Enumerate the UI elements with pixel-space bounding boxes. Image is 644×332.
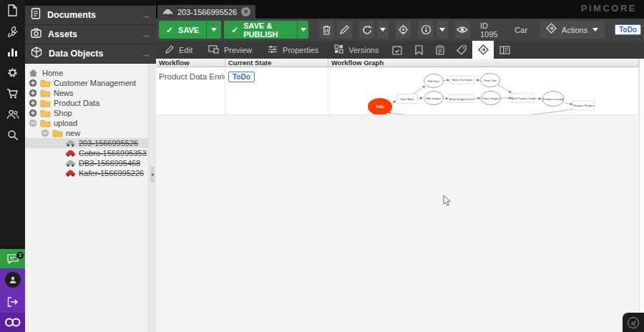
- home-icon: [29, 69, 41, 77]
- sidebar-section-assets[interactable]: Assets →: [25, 25, 156, 44]
- notification-count-badge: 3: [16, 252, 24, 259]
- customers-users-icon[interactable]: [0, 104, 25, 125]
- sidebar-splitter[interactable]: ◄: [148, 64, 156, 332]
- pimcore-app: 3 Documents →: [0, 0, 644, 332]
- info-dropdown-button[interactable]: [436, 21, 448, 39]
- column-header-workflow-graph[interactable]: Workflow Graph: [328, 59, 639, 67]
- file-icon[interactable]: [0, 0, 25, 21]
- tree-item-upload[interactable]: upload: [25, 118, 148, 128]
- tab-close-icon[interactable]: ✕: [241, 7, 250, 16]
- save-button[interactable]: ✓SAVE: [159, 21, 221, 39]
- pencil-icon: [165, 45, 174, 55]
- tab-workflow-active-icon[interactable]: [472, 41, 494, 59]
- user-profile-avatar[interactable]: [0, 268, 25, 290]
- folder-icon: [40, 79, 52, 87]
- logout-icon[interactable]: [0, 290, 25, 313]
- caret-down-icon: [380, 28, 386, 31]
- collapse-minus-icon[interactable]: [29, 119, 37, 127]
- expand-plus-icon[interactable]: [29, 99, 37, 107]
- tools-wrench-icon[interactable]: [0, 21, 25, 42]
- workflow-edge: [414, 86, 425, 94]
- workflow-node-label: Edit Images: [426, 97, 441, 100]
- delete-button[interactable]: [318, 21, 333, 39]
- ecommerce-cart-icon[interactable]: [0, 83, 25, 104]
- workflow-node-label: Reopen Product: [574, 104, 595, 107]
- pimcore-infinity-logo[interactable]: [0, 313, 25, 332]
- reload-dropdown-button[interactable]: [377, 21, 389, 39]
- save-publish-button[interactable]: ✓SAVE & PUBLISH: [224, 21, 308, 39]
- workflow-node-label: Mark Images Done: [449, 97, 474, 101]
- collapse-minus-icon[interactable]: [41, 129, 49, 137]
- tab-label: 203-1566995526: [177, 8, 237, 16]
- caret-down-icon: [439, 28, 445, 31]
- tree-item-db3-1566995468[interactable]: DB3-1566995468: [25, 158, 148, 168]
- folder-icon: [40, 99, 52, 107]
- locate-in-tree-button[interactable]: [396, 21, 411, 39]
- pimcore-wordmark: PIMCORE: [581, 3, 637, 14]
- tree-item-shop[interactable]: Shop: [25, 108, 148, 118]
- tree-item-label: Product Data: [54, 99, 99, 107]
- left-sidebar: Documents → Assets → Data Objects → Home…: [25, 6, 156, 332]
- expand-plus-icon[interactable]: [29, 79, 37, 87]
- tree-item-news[interactable]: News: [25, 88, 148, 98]
- tree-item-label: new: [66, 129, 80, 137]
- workflow-grid-row[interactable]: Product Data Enrichm... ToDo ToDoStart W…: [156, 67, 639, 115]
- expand-plus-icon[interactable]: [29, 89, 37, 97]
- tab-notes-clipboard-icon[interactable]: [429, 41, 451, 59]
- column-header-current-state[interactable]: Current State: [225, 59, 328, 67]
- sidebar-section-data-objects[interactable]: Data Objects →: [25, 44, 156, 64]
- vertical-scrollbar[interactable]: [639, 59, 644, 332]
- tab-schedule-calendar-icon[interactable]: [386, 41, 408, 59]
- object-id-label: ID 1095: [480, 21, 502, 39]
- tree-item-kafer-1566995226[interactable]: Kafer-1566995226: [25, 168, 148, 178]
- tab-object-203[interactable]: 203-1566995526 ✕: [157, 5, 255, 19]
- reports-chart-icon[interactable]: [0, 42, 25, 62]
- workflow-graph-svg: ToDoStart WorkEdit TextMark Text DoneDon…: [328, 67, 639, 114]
- tree-item-new[interactable]: new: [25, 128, 148, 138]
- workflow-actions-button[interactable]: Actions: [540, 21, 605, 39]
- tab-versions[interactable]: Versions: [326, 41, 386, 59]
- tree-item-product-data[interactable]: Product Data: [25, 98, 148, 108]
- object-tabs-toolbar: Edit Preview Properties Versions: [156, 41, 644, 59]
- car-gray-icon: [65, 160, 77, 167]
- save-publish-dropdown-button[interactable]: [297, 21, 308, 39]
- notifications-chat-icon[interactable]: 3: [0, 249, 25, 268]
- search-icon[interactable]: [0, 125, 25, 145]
- reload-button[interactable]: [359, 21, 374, 39]
- tab-properties[interactable]: Properties: [260, 41, 326, 59]
- expand-plus-icon[interactable]: [29, 109, 37, 117]
- sliders-icon: [268, 45, 278, 55]
- tab-app-logger-icon[interactable]: [494, 41, 515, 59]
- folder-icon: [40, 89, 52, 97]
- document-icon: [31, 8, 41, 22]
- column-header-workflow[interactable]: Workflow: [156, 59, 225, 67]
- camera-icon: [31, 28, 42, 41]
- workflow-edge: [535, 99, 542, 99]
- tree-item-label: News: [54, 89, 74, 97]
- symfony-profiler-button[interactable]: sf: [623, 313, 644, 332]
- save-dropdown-button[interactable]: [206, 21, 221, 39]
- open-preview-eye-button[interactable]: [455, 21, 470, 39]
- sidebar-section-documents[interactable]: Documents →: [25, 6, 156, 25]
- tab-tags-icon[interactable]: [451, 41, 472, 59]
- tree-item-cobra-1566995353[interactable]: Cobra-1566995353: [25, 148, 148, 158]
- tree-item-203-1566995526[interactable]: 203-1566995526: [25, 138, 148, 148]
- workflow-diamond-icon: [546, 23, 557, 36]
- tab-edit[interactable]: Edit: [157, 41, 200, 59]
- tree-item-label: 203-1566995526: [79, 139, 138, 147]
- workflow-node-label: ToDo: [376, 105, 384, 109]
- car-gray-icon: [65, 140, 77, 147]
- info-button[interactable]: [418, 21, 433, 39]
- tree-item-home[interactable]: Home: [25, 68, 148, 78]
- tree-item-label: Shop: [54, 109, 72, 117]
- rename-pencil-button[interactable]: [337, 21, 352, 39]
- tree-item-customer-management[interactable]: Customer Management: [25, 78, 148, 88]
- collapse-handle-icon[interactable]: ◄: [150, 167, 155, 182]
- tab-bookmark-icon[interactable]: [408, 41, 429, 59]
- check-icon: ✓: [231, 25, 238, 35]
- arrow-right-icon: →: [141, 10, 150, 21]
- tab-preview[interactable]: Preview: [200, 41, 260, 59]
- current-state-badge: ToDo: [228, 72, 255, 82]
- settings-gear-icon[interactable]: [0, 62, 25, 83]
- workflow-graph-cell: ToDoStart WorkEdit TextMark Text DoneDon…: [328, 67, 639, 114]
